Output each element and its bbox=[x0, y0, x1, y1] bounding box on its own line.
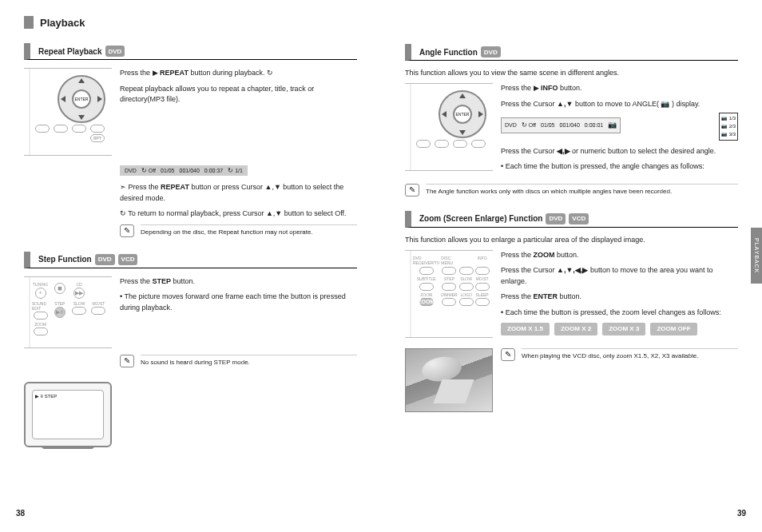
remote-buttons: RPT bbox=[35, 125, 107, 142]
repeat-instructions: Press the ▶ REPEAT button during playbac… bbox=[120, 68, 357, 156]
remote-buttons-2 bbox=[416, 140, 488, 148]
tuning-btn[interactable]: + bbox=[35, 288, 46, 299]
dpad-down-icon-2 bbox=[459, 130, 466, 135]
section-zoom-heading: Zoom (Screen Enlarge) Function DVD VCD bbox=[405, 211, 738, 228]
format-badge-dvd-4: DVD bbox=[546, 213, 566, 224]
z-btn-1[interactable] bbox=[419, 267, 434, 275]
zoom-photo-row: ✎ When playing the VCD disc, only zoom X… bbox=[405, 348, 738, 412]
zoom-intro: This function allows you to enlarge a pa… bbox=[405, 236, 738, 244]
zoom-btn-small[interactable] bbox=[34, 328, 48, 335]
angle-body: ENTER Press the ▶ INFO button. Press the… bbox=[405, 83, 738, 177]
repeat-icon-2: ↻ bbox=[120, 208, 126, 220]
z-btn-8[interactable] bbox=[475, 283, 490, 291]
format-badge-vcd-2: VCD bbox=[569, 213, 589, 224]
status-rpt: ↻1/1 bbox=[228, 167, 243, 174]
repeat-heading-text: Repeat Playback bbox=[38, 47, 102, 56]
zoom-level-1: ZOOM X 1.5 bbox=[501, 323, 550, 335]
remote-btn-a4[interactable] bbox=[471, 140, 486, 148]
dpad: ENTER bbox=[58, 75, 105, 123]
dpad-2: ENTER bbox=[439, 90, 486, 138]
repeat-status-bar: DVD ↻Off 01/05 001/040 0:00:37 ↻1/1 bbox=[120, 165, 248, 176]
repeat-icon: ↻ bbox=[267, 68, 273, 79]
z-btn-5[interactable] bbox=[419, 283, 434, 291]
angle-option-3[interactable]: 📷3/3 bbox=[721, 131, 736, 138]
stop-btn[interactable]: ◼ bbox=[54, 283, 65, 294]
soundedit-btn[interactable] bbox=[34, 312, 48, 320]
tv-step-inner: ▶ II STEP bbox=[32, 390, 104, 439]
z-btn-sleep[interactable] bbox=[475, 298, 490, 306]
remote-btn-1[interactable] bbox=[35, 125, 50, 133]
format-badge-dvd-2: DVD bbox=[95, 254, 115, 265]
page-num-left: 38 bbox=[16, 509, 25, 518]
step-note-text: No sound is heard during STEP mode. bbox=[141, 355, 357, 367]
repeat-note: ✎ Depending on the disc, the Repeat func… bbox=[120, 224, 357, 237]
zoom-level-off: ZOOM OFF bbox=[650, 323, 697, 335]
angle-instructions: Press the ▶ INFO button. Press the Curso… bbox=[501, 83, 738, 177]
zoom-note-text: When playing the VCD disc, only zoom X1.… bbox=[522, 348, 738, 360]
remote-btn-repeat[interactable]: RPT bbox=[90, 134, 105, 142]
format-badge-dvd-3: DVD bbox=[481, 46, 501, 58]
remote-zoom-grid: DVD RECEIVER/TV DISC MENU INFO SUBTITLE … bbox=[413, 256, 488, 306]
remote-btn-a2[interactable] bbox=[435, 140, 449, 148]
z-btn-logo[interactable] bbox=[459, 298, 474, 306]
note-icon-2: ✎ bbox=[120, 355, 134, 367]
side-tab-label: PLAYBACK bbox=[754, 238, 760, 273]
remote-step-grid: TUNING+ ◼ CD▶▶ SOUND EDIT STEP▶II SLOW M… bbox=[32, 282, 107, 335]
remote-dpad-2: ENTER bbox=[405, 83, 493, 171]
angle-dropdown[interactable]: 📷1/3 📷2/3 📷3/3 bbox=[719, 113, 738, 141]
remote-dpad-1: ENTER RPT bbox=[24, 68, 112, 156]
z-btn-7[interactable] bbox=[459, 283, 474, 291]
z-btn-4[interactable] bbox=[475, 267, 490, 275]
note-icon: ✎ bbox=[120, 224, 134, 237]
angle-status-4: 0:00:01 bbox=[585, 121, 603, 130]
slow-btn[interactable] bbox=[72, 307, 86, 315]
angle-status-2: 01/05 bbox=[541, 121, 555, 130]
remote-btn-3[interactable] bbox=[72, 125, 86, 133]
tv-frame-step: ▶ II STEP bbox=[24, 382, 112, 447]
remote-btn-a3[interactable] bbox=[453, 140, 467, 148]
angle-option-1[interactable]: 📷1/3 bbox=[721, 115, 736, 122]
page-num-right: 39 bbox=[737, 509, 746, 518]
z-btn-6[interactable] bbox=[442, 283, 456, 291]
angle-option-2[interactable]: 📷2/3 bbox=[721, 123, 736, 130]
tv-step-label: ▶ II STEP bbox=[35, 394, 57, 399]
zoom-heading-text: Zoom (Screen Enlarge) Function bbox=[419, 214, 542, 223]
side-tab: PLAYBACK bbox=[751, 228, 762, 284]
enter-button[interactable]: ENTER bbox=[72, 89, 91, 109]
remote-btn-a1[interactable] bbox=[416, 140, 431, 148]
section-angle-heading: Angle Function DVD bbox=[405, 44, 738, 61]
status-chap: 001/040 bbox=[180, 168, 200, 173]
angle-status-off: Off bbox=[529, 121, 536, 130]
dpad-right-icon bbox=[97, 96, 102, 102]
camera-icon-small: 📷 bbox=[608, 120, 617, 131]
camera-icon: 📷 bbox=[661, 99, 669, 110]
z-btn-2[interactable] bbox=[442, 267, 456, 275]
status-off: ↻Off bbox=[141, 167, 156, 174]
dpad-up-icon-2 bbox=[459, 93, 466, 98]
remote-btn-4[interactable] bbox=[90, 125, 105, 133]
zoom-level-3: ZOOM X 3 bbox=[602, 323, 645, 335]
repeat-note-text: Depending on the disc, the Repeat functi… bbox=[141, 224, 357, 236]
z-btn-dimmer[interactable] bbox=[442, 298, 456, 306]
page-right: Angle Function DVD This function allows … bbox=[381, 0, 762, 532]
zoom-button[interactable]: ZOOM bbox=[419, 298, 434, 306]
format-badge-vcd: VCD bbox=[118, 254, 138, 265]
dpad-right-icon-2 bbox=[478, 111, 483, 117]
step-heading-text: Step Function bbox=[38, 255, 92, 264]
skip-btn[interactable]: ▶▶ bbox=[73, 288, 85, 299]
zoom-body: DVD RECEIVER/TV DISC MENU INFO SUBTITLE … bbox=[405, 250, 738, 343]
play-icon-2: ▶ bbox=[534, 83, 539, 94]
step-instructions: Press the STEP button. • The picture mov… bbox=[120, 276, 357, 348]
enter-button-2[interactable]: ENTER bbox=[453, 105, 472, 124]
page-left: Playback Repeat Playback DVD ENTER bbox=[0, 0, 381, 532]
format-badge-dvd: DVD bbox=[105, 46, 125, 57]
section-repeat-heading: Repeat Playback DVD bbox=[24, 43, 357, 60]
section-step-heading: Step Function DVD VCD bbox=[24, 252, 357, 268]
dpad-left-icon bbox=[61, 96, 65, 102]
dpad-up-icon bbox=[78, 78, 85, 83]
most-btn[interactable] bbox=[91, 307, 105, 315]
remote-btn-2[interactable] bbox=[54, 125, 68, 133]
step-button[interactable]: ▶II bbox=[54, 307, 65, 318]
z-btn-3[interactable] bbox=[459, 267, 474, 275]
zoom-note: ✎ When playing the VCD disc, only zoom X… bbox=[501, 348, 738, 361]
